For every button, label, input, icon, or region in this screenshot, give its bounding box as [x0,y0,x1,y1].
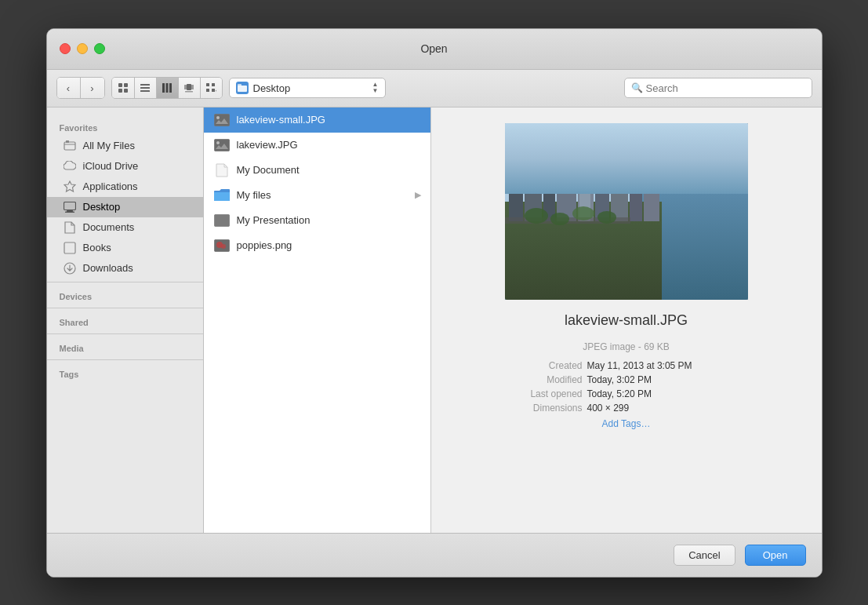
svg-rect-6 [140,90,150,92]
file-item-my-presentation[interactable]: My Presentation [204,208,430,233]
sidebar-item-applications[interactable]: Applications [47,177,203,197]
sidebar-item-all-my-files[interactable]: All My Files [47,136,203,156]
file-item-my-document[interactable]: My Document [204,158,430,183]
close-button[interactable] [60,43,71,54]
svg-rect-35 [214,214,229,226]
sidebar-item-label: Downloads [83,262,133,274]
svg-rect-19 [238,86,247,92]
svg-rect-8 [166,83,169,93]
sidebar-item-downloads[interactable]: Downloads [47,258,203,279]
last-opened-value: Today, 5:20 PM [587,388,752,399]
open-button[interactable]: Open [745,545,806,566]
view-group: ▾ [111,77,223,99]
svg-rect-5 [140,87,150,89]
nav-group: ‹ › [56,77,105,99]
file-presentation-icon [213,213,231,228]
documents-icon [63,220,77,235]
svg-rect-15 [212,83,215,86]
preview-panel: lakeview-small.JPG JPEG image - 69 KB Cr… [431,108,822,533]
sidebar: Favorites All My Files iCloud Drive Appl… [47,108,204,533]
file-item-name: My Presentation [237,214,421,226]
all-my-files-icon [63,139,77,153]
created-label: Created [501,360,587,371]
shared-label: Shared [47,312,203,330]
last-opened-label: Last opened [501,388,587,399]
title-bar: Open [47,29,822,70]
list-view-button[interactable] [134,78,156,98]
minimize-button[interactable] [77,43,88,54]
svg-point-41 [528,139,607,170]
favorites-label: Favorites [47,117,203,136]
coverflow-view-button[interactable] [178,78,200,98]
file-item-lakeview[interactable]: lakeview.JPG [204,133,430,158]
file-item-poppies[interactable]: poppies.png [204,233,430,258]
forward-button[interactable]: › [81,78,104,98]
modified-value: Today, 3:02 PM [587,374,752,385]
svg-point-42 [568,133,630,161]
share-button[interactable]: ▾ [200,78,222,98]
search-icon: 🔍 [631,82,643,93]
add-tags-link[interactable]: Add Tags… [501,418,752,429]
sidebar-item-icloud-drive[interactable]: iCloud Drive [47,156,203,177]
file-image-icon [213,113,231,127]
sidebar-item-label: Books [83,242,111,253]
svg-rect-55 [630,159,642,221]
svg-rect-4 [140,84,150,86]
preview-filename: lakeview-small.JPG [565,312,688,329]
svg-rect-10 [187,84,191,90]
search-input[interactable] [646,82,805,94]
sidebar-item-label: iCloud Drive [83,160,139,172]
svg-rect-3 [124,89,128,93]
svg-rect-16 [206,89,209,92]
icloud-drive-icon [63,159,77,173]
sidebar-item-documents[interactable]: Documents [47,217,203,238]
preview-meta-table: JPEG image - 69 KB Created May 11, 2013 … [501,341,752,429]
maximize-button[interactable] [94,43,105,54]
folder-arrow-icon: ▶ [415,190,421,200]
preview-image-container [505,123,748,300]
svg-rect-7 [162,83,165,93]
dimensions-label: Dimensions [501,403,587,414]
svg-rect-25 [65,211,74,213]
svg-point-63 [597,211,616,224]
svg-rect-21 [64,142,75,150]
search-box[interactable]: 🔍 [624,78,812,98]
sidebar-item-label: Applications [83,180,138,192]
cancel-button[interactable]: Cancel [674,545,735,566]
svg-point-60 [525,208,548,224]
svg-rect-13 [185,91,193,93]
dimensions-value: 400 × 299 [587,403,752,414]
file-document-icon [213,163,231,177]
svg-rect-9 [169,83,172,93]
sidebar-item-label: Documents [83,221,135,233]
bottom-bar: Cancel Open [47,533,822,577]
svg-rect-22 [66,140,69,143]
preview-image [505,123,748,300]
file-item-name: poppies.png [237,239,421,251]
svg-text:▾: ▾ [216,89,216,93]
file-item-my-files[interactable]: My files ▶ [204,183,430,208]
column-view-button[interactable] [156,78,178,98]
sidebar-item-desktop[interactable]: Desktop [47,197,203,217]
icon-view-button[interactable] [112,78,134,98]
svg-rect-0 [118,83,122,87]
svg-rect-48 [509,162,523,221]
svg-rect-51 [557,147,576,221]
devices-label: Devices [47,286,203,304]
svg-rect-17 [212,89,215,92]
sidebar-item-books[interactable]: Books [47,238,203,258]
sidebar-item-label: Desktop [83,201,121,213]
svg-point-43 [619,148,705,177]
svg-point-39 [221,244,226,249]
modified-label: Modified [501,374,587,385]
media-label: Media [47,337,203,356]
back-button[interactable]: ‹ [57,78,81,98]
svg-rect-32 [214,139,229,151]
svg-rect-2 [118,89,122,93]
file-item-lakeview-small[interactable]: lakeview-small.JPG [204,108,430,133]
tags-label: Tags [47,363,203,382]
file-item-name: lakeview.JPG [237,139,421,151]
path-dropdown[interactable]: Desktop ▲ ▼ [229,78,386,98]
toolbar: ‹ › [47,70,822,108]
downloads-icon [63,261,77,275]
